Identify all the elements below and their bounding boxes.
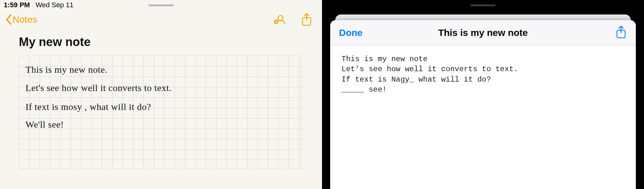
handwriting-canvas[interactable]: This is my new note. Let's see how well … bbox=[19, 56, 302, 169]
chevron-left-icon bbox=[6, 14, 12, 25]
note-title: My new note bbox=[19, 35, 303, 49]
converted-text[interactable]: This is my new note Let's see how well i… bbox=[330, 45, 636, 104]
share-button[interactable] bbox=[615, 25, 627, 40]
done-button[interactable]: Done bbox=[339, 27, 363, 38]
handwriting-line: We'll see! bbox=[25, 119, 64, 130]
handwriting-line: Let's see how well it converts to text. bbox=[25, 83, 172, 93]
converted-text-app: Done This is my new note This is my new … bbox=[322, 0, 644, 189]
note-content: My new note This is my new note. Let's s… bbox=[0, 29, 322, 169]
multitask-handle[interactable] bbox=[470, 4, 496, 6]
notes-app: 1:59 PM Wed Sep 11 Notes bbox=[0, 0, 322, 189]
handwriting-line: This is my new note. bbox=[25, 64, 108, 75]
svg-point-0 bbox=[278, 15, 283, 20]
share-icon bbox=[615, 25, 627, 39]
sheet-header: Done This is my new note bbox=[330, 20, 636, 45]
sheet-title: This is my new note bbox=[438, 27, 528, 38]
share-icon[interactable] bbox=[301, 13, 313, 26]
status-time: 1:59 PM bbox=[4, 1, 30, 9]
status-date: Wed Sep 11 bbox=[36, 1, 74, 9]
modal-sheet: Done This is my new note This is my new … bbox=[330, 20, 636, 189]
nav-actions bbox=[273, 13, 316, 26]
back-button[interactable]: Notes bbox=[6, 14, 37, 25]
multitask-handle[interactable] bbox=[148, 4, 174, 6]
add-person-icon[interactable] bbox=[273, 13, 286, 26]
handwriting-line: If text is mosy , what will it do? bbox=[25, 101, 151, 112]
nav-bar: Notes bbox=[0, 10, 322, 29]
back-label: Notes bbox=[13, 14, 37, 25]
